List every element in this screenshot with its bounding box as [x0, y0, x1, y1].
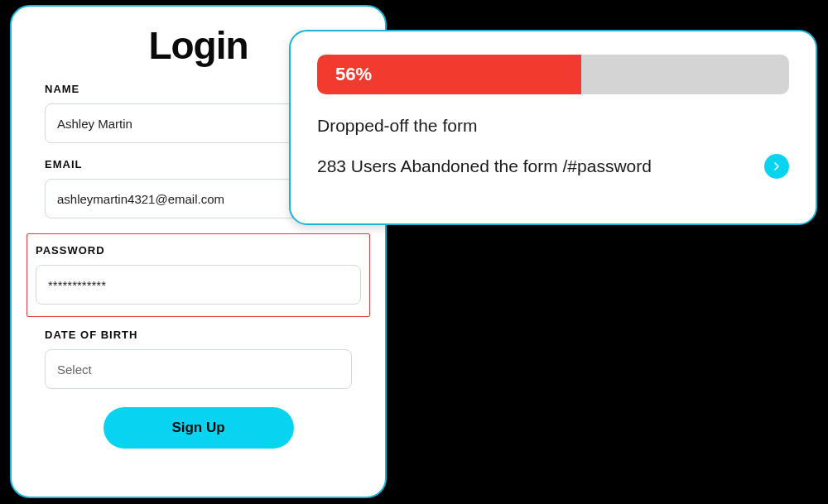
password-input[interactable]: [36, 265, 361, 305]
abandoned-text: 283 Users Abandoned the form /#password: [317, 156, 652, 176]
next-button[interactable]: [764, 154, 789, 179]
analytics-detail-row: 283 Users Abandoned the form /#password: [317, 154, 789, 179]
signup-button[interactable]: Sign Up: [104, 407, 294, 449]
dob-label: DATE OF BIRTH: [45, 329, 352, 341]
dob-input[interactable]: [45, 349, 352, 389]
field-group-password-highlighted: PASSWORD: [26, 233, 370, 317]
password-label: PASSWORD: [36, 244, 361, 257]
chevron-right-icon: [773, 162, 781, 170]
progress-bar: 56%: [317, 55, 789, 94]
progress-fill: 56%: [317, 55, 581, 94]
analytics-card: 56% Dropped-off the form 283 Users Aband…: [289, 30, 817, 225]
field-group-dob: DATE OF BIRTH: [36, 329, 360, 389]
dropoff-label: Dropped-off the form: [317, 116, 789, 136]
